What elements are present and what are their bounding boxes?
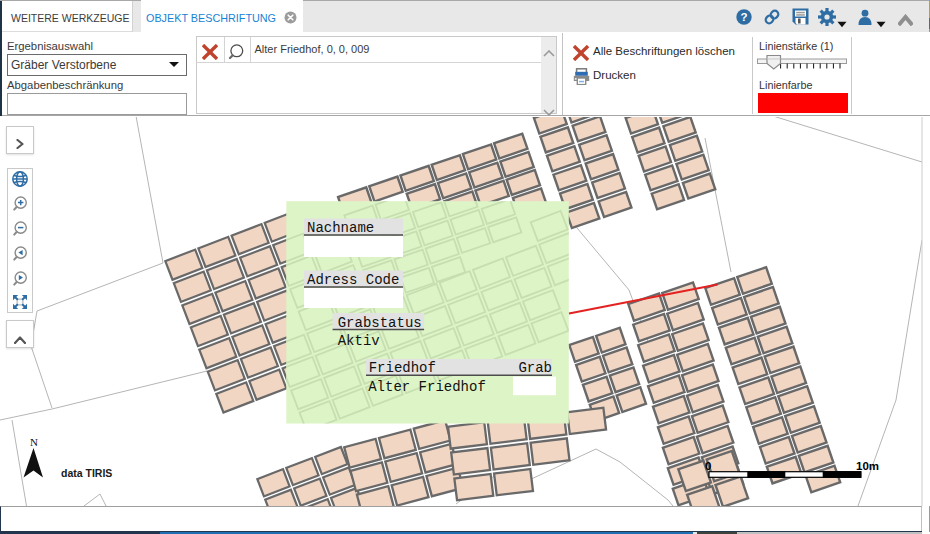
svg-text:0: 0 (705, 460, 711, 472)
svg-text:?: ? (740, 11, 747, 23)
svg-text:N: N (30, 436, 38, 448)
svg-text:Nachname: Nachname (307, 220, 374, 236)
svg-text:data TIRIS: data TIRIS (61, 467, 112, 479)
svg-text:Friedhof: Friedhof (369, 360, 436, 376)
svg-text:Grab: Grab (518, 360, 552, 376)
svg-text:Alter Friedhof: Alter Friedhof (368, 379, 486, 395)
svg-text:Aktiv: Aktiv (338, 333, 380, 349)
svg-text:Adress Code: Adress Code (307, 272, 399, 288)
svg-text:10m: 10m (856, 460, 879, 472)
svg-text:Grabstatus: Grabstatus (338, 315, 422, 331)
